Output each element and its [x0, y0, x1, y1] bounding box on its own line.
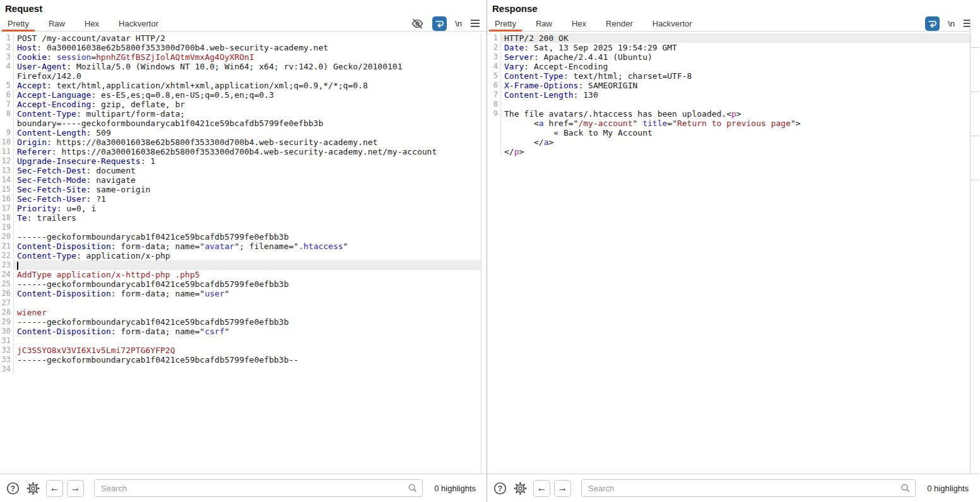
response-editor[interactable]: 1HTTP/2 200 OK2Date: Sat, 13 Sep 2025 19…: [487, 32, 979, 474]
line-number: 20: [0, 232, 14, 242]
tab-hex[interactable]: Hex: [566, 15, 592, 31]
code-line[interactable]: 24AddType application/x-httpd-php .php5: [0, 270, 481, 279]
code-line[interactable]: 26Content-Disposition: form-data; name="…: [0, 289, 481, 298]
code-line[interactable]: 23: [0, 260, 481, 270]
help-icon[interactable]: ?: [493, 481, 507, 496]
code-line[interactable]: 28wiener: [0, 308, 481, 317]
code-line[interactable]: boundary=----geckoformboundarycab1f0421c…: [0, 119, 481, 128]
highlight-count: 0 highlights: [927, 484, 969, 493]
text-caret: [17, 262, 18, 270]
settings-gear-icon[interactable]: [513, 481, 528, 496]
scroll-marker-strip[interactable]: [970, 19, 979, 474]
code-line[interactable]: 19: [0, 223, 481, 232]
tab-render[interactable]: Render: [600, 15, 639, 31]
code-line[interactable]: 34: [0, 365, 481, 374]
code-line[interactable]: 16Sec-Fetch-User: ?1: [0, 194, 481, 204]
line-number: 29: [0, 317, 14, 327]
code-line[interactable]: 4User-Agent: Mozilla/5.0 (Windows NT 10.…: [0, 62, 481, 71]
code-line[interactable]: 21Content-Disposition: form-data; name="…: [0, 242, 481, 251]
code-line[interactable]: 2Host: 0a300016038e62b5800f353300d700b4.…: [0, 43, 481, 52]
line-number: 12: [0, 156, 14, 166]
code-line[interactable]: 22Content-Type: application/x-php: [0, 251, 481, 260]
code-line[interactable]: 25------geckoformboundarycab1f0421ce59bc…: [0, 279, 481, 289]
request-footer: ? ← →: [0, 474, 487, 502]
code-line[interactable]: 27: [0, 298, 481, 308]
response-search: [581, 479, 916, 497]
search-input[interactable]: [94, 479, 423, 497]
line-number: 24: [0, 270, 14, 279]
line-number: 4: [487, 62, 501, 71]
code-line[interactable]: 11Referer: https://0a300016038e62b5800f3…: [0, 147, 481, 156]
line-number: 3: [487, 52, 501, 62]
tab-hex[interactable]: Hex: [79, 15, 105, 31]
code-line[interactable]: 4Vary: Accept-Encoding: [487, 62, 970, 71]
code-line[interactable]: 14Sec-Fetch-Mode: navigate: [0, 175, 481, 185]
search-input[interactable]: [581, 479, 916, 497]
tab-raw[interactable]: Raw: [530, 15, 558, 31]
code-line[interactable]: 3Cookie: session=hpnhZGtfBSZjIolAQtmVmxA…: [0, 52, 481, 62]
code-line[interactable]: 32jC3SSYO8xV3VI6X1v5Lmi72PTG6YFP2Q: [0, 346, 481, 355]
code-line[interactable]: 9Content-Length: 509: [0, 128, 481, 137]
line-number: 10: [0, 137, 14, 147]
code-line[interactable]: 5Accept: text/html,application/xhtml+xml…: [0, 81, 481, 90]
code-line[interactable]: 9The file avatars/.htaccess has been upl…: [487, 109, 970, 119]
search-next-button[interactable]: →: [554, 480, 571, 497]
word-wrap-toggle-button[interactable]: [432, 16, 447, 31]
code-line[interactable]: 3Server: Apache/2.4.41 (Ubuntu): [487, 52, 970, 62]
request-editor[interactable]: 1POST /my-account/avatar HTTP/22Host: 0a…: [0, 32, 487, 474]
code-line[interactable]: <a href="/my-account" title="Return to p…: [487, 119, 970, 128]
code-line[interactable]: 2Date: Sat, 13 Sep 2025 19:54:29 GMT: [487, 43, 970, 52]
search-previous-button[interactable]: ←: [46, 480, 63, 497]
line-number: 26: [0, 289, 14, 298]
code-line[interactable]: 5Content-Type: text/html; charset=UTF-8: [487, 71, 970, 81]
code-line[interactable]: 8Content-Type: multipart/form-data;: [0, 109, 481, 119]
settings-gear-icon[interactable]: [26, 481, 40, 496]
code-line[interactable]: 8: [487, 100, 970, 109]
search-next-button[interactable]: →: [67, 480, 84, 497]
code-line[interactable]: 31: [0, 336, 481, 346]
tab-pretty[interactable]: Pretty: [489, 15, 522, 31]
code-line[interactable]: 7Accept-Encoding: gzip, deflate, br: [0, 100, 481, 109]
code-line[interactable]: Firefox/142.0: [0, 71, 481, 81]
svg-text:?: ?: [498, 484, 502, 493]
nonprinting-chars-toggle[interactable]: \n: [948, 19, 955, 28]
line-number: 1: [0, 33, 14, 43]
code-line[interactable]: </p>: [487, 147, 970, 156]
code-line[interactable]: 7Content-Length: 130: [487, 90, 970, 100]
line-number: 19: [0, 223, 14, 232]
code-line[interactable]: 33------geckoformboundarycab1f0421ce59bc…: [0, 355, 481, 365]
code-line[interactable]: 30Content-Disposition: form-data; name="…: [0, 327, 481, 336]
code-line[interactable]: 6X-Frame-Options: SAMEORIGIN: [487, 81, 970, 90]
editor-menu-icon[interactable]: [470, 19, 480, 28]
search-previous-button[interactable]: ←: [533, 480, 550, 497]
word-wrap-toggle-button[interactable]: [925, 16, 940, 31]
code-line[interactable]: 6Accept-Language: es-ES,es;q=0.8,en-US;q…: [0, 90, 481, 100]
code-line[interactable]: 20------geckoformboundarycab1f0421ce59bc…: [0, 232, 481, 242]
code-line[interactable]: 1POST /my-account/avatar HTTP/2: [0, 33, 481, 43]
code-line[interactable]: 12Upgrade-Insecure-Requests: 1: [0, 156, 481, 166]
request-editor-toolbar: \n: [411, 15, 480, 32]
code-line[interactable]: 18Te: trailers: [0, 213, 481, 223]
line-number: 28: [0, 308, 14, 317]
eye-off-icon[interactable]: [411, 17, 424, 30]
code-line[interactable]: 10Origin: https://0a300016038e62b5800f35…: [0, 137, 481, 147]
tab-hackvertor[interactable]: Hackvertor: [113, 15, 164, 31]
line-number: 1: [487, 33, 501, 43]
nonprinting-chars-toggle[interactable]: \n: [455, 19, 462, 28]
line-number: 5: [0, 81, 14, 90]
help-icon[interactable]: ?: [6, 481, 20, 496]
code-line[interactable]: 1HTTP/2 200 OK: [487, 33, 970, 43]
code-line[interactable]: </a>: [487, 137, 970, 147]
search-icon: [900, 483, 911, 496]
code-line[interactable]: 17Priority: u=0, i: [0, 204, 481, 213]
response-tabs-row: PrettyRawHexRenderHackvertor \n: [487, 15, 979, 32]
code-line[interactable]: 15Sec-Fetch-Site: same-origin: [0, 185, 481, 194]
code-line[interactable]: 13Sec-Fetch-Dest: document: [0, 166, 481, 175]
tab-pretty[interactable]: Pretty: [2, 15, 35, 31]
code-line[interactable]: « Back to My Account: [487, 128, 970, 137]
line-number: [487, 128, 501, 137]
tab-hackvertor[interactable]: Hackvertor: [647, 15, 698, 31]
code-line[interactable]: 29------geckoformboundarycab1f0421ce59bc…: [0, 317, 481, 327]
scroll-marker-tick: [971, 47, 979, 48]
tab-raw[interactable]: Raw: [43, 15, 71, 31]
